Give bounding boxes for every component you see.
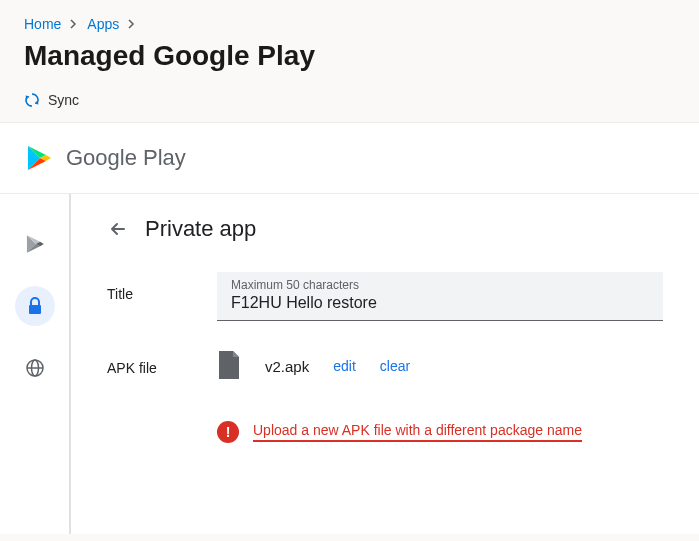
toolbar: Sync (0, 82, 699, 123)
breadcrumb-home[interactable]: Home (24, 16, 61, 32)
error-icon: ! (217, 421, 239, 443)
sync-label: Sync (48, 92, 79, 108)
title-input-wrap[interactable]: Maximum 50 characters (217, 272, 663, 321)
title-label: Title (107, 272, 217, 302)
title-helper: Maximum 50 characters (231, 278, 649, 292)
svg-rect-0 (29, 305, 41, 314)
breadcrumb: Home Apps (0, 0, 699, 40)
sidebar-item-store[interactable] (15, 224, 55, 264)
alert-text: Upload a new APK file with a different p… (253, 422, 582, 442)
title-input[interactable] (231, 294, 649, 312)
apk-value: v2.apk edit clear (217, 351, 410, 381)
apk-clear-link[interactable]: clear (380, 358, 410, 374)
apk-label: APK file (107, 356, 217, 376)
sync-icon (24, 92, 40, 108)
globe-icon (25, 358, 45, 378)
alert: ! Upload a new APK file with a different… (217, 421, 663, 443)
sidebar-item-web[interactable] (15, 348, 55, 388)
chevron-right-icon (123, 19, 141, 29)
title-row: Title Maximum 50 characters (107, 272, 663, 321)
breadcrumb-apps[interactable]: Apps (87, 16, 119, 32)
lock-icon (26, 297, 44, 315)
app-header: Private app (107, 216, 663, 242)
sidebar-item-private[interactable] (15, 286, 55, 326)
file-icon (217, 351, 241, 381)
sync-button[interactable]: Sync (24, 92, 79, 108)
play-store-icon (24, 233, 46, 255)
google-play-label: Google Play (66, 145, 186, 171)
apk-filename: v2.apk (265, 358, 309, 375)
apk-row: APK file v2.apk edit clear (107, 351, 663, 381)
private-app-heading: Private app (145, 216, 256, 242)
chevron-right-icon (65, 19, 83, 29)
main-area: Private app Title Maximum 50 characters … (0, 194, 699, 534)
page-title: Managed Google Play (0, 40, 699, 82)
back-arrow-icon[interactable] (107, 218, 129, 240)
google-play-icon (24, 143, 54, 173)
google-play-header: Google Play (0, 123, 699, 194)
content: Private app Title Maximum 50 characters … (70, 194, 699, 534)
apk-edit-link[interactable]: edit (333, 358, 356, 374)
sidebar (0, 194, 70, 534)
